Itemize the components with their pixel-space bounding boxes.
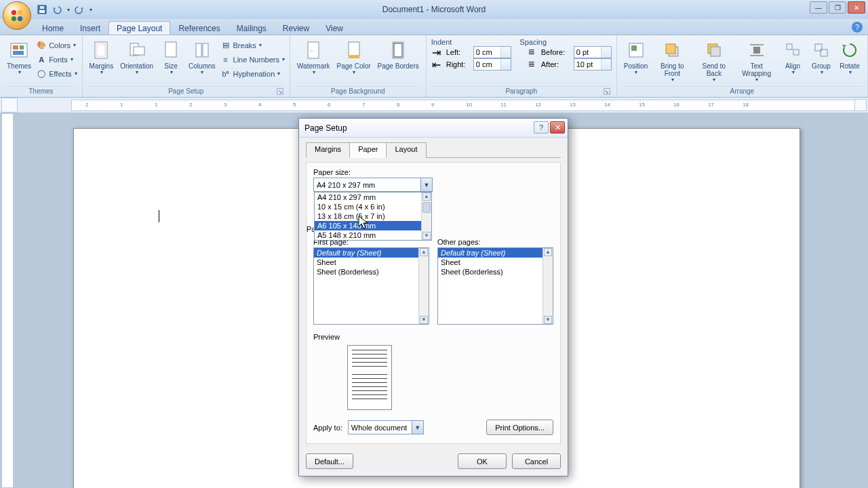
svg-rect-30: [753, 47, 760, 54]
dialog-close-button[interactable]: ✕: [550, 121, 565, 134]
qat-customize-icon[interactable]: ▾: [90, 7, 92, 13]
margins-button[interactable]: Margins▾: [87, 38, 116, 77]
svg-rect-29: [711, 47, 720, 56]
minimize-button[interactable]: —: [810, 1, 827, 14]
tab-review[interactable]: Review: [275, 21, 317, 35]
dialog-tab-margins[interactable]: Margins: [306, 142, 350, 158]
scroll-down-icon[interactable]: ▼: [544, 316, 552, 324]
page-setup-dialog: Page Setup ? ✕ Margins Paper Layout Pape…: [298, 118, 568, 476]
tab-selector[interactable]: [1, 98, 18, 113]
columns-button[interactable]: Columns▾: [186, 38, 217, 77]
default-button[interactable]: Default...: [306, 453, 353, 469]
indent-left-input[interactable]: 0 cm: [473, 46, 511, 58]
dialog-tab-layout[interactable]: Layout: [386, 142, 426, 158]
first-page-listbox[interactable]: Default tray (Sheet)SheetSheet (Borderle…: [313, 247, 429, 325]
text-wrapping-icon: [746, 39, 768, 61]
tray-option[interactable]: Sheet (Borderless): [438, 267, 553, 277]
tray-option[interactable]: Default tray (Sheet): [314, 248, 429, 258]
watermark-button[interactable]: AWatermark▾: [295, 38, 332, 77]
themes-button[interactable]: Themes▾: [5, 38, 33, 77]
dialog-tabs: Margins Paper Layout: [306, 142, 561, 158]
paper-size-option[interactable]: A4 210 x 297 mm: [315, 192, 431, 202]
line-numbers-button[interactable]: ≡Line Numbers▾: [220, 52, 285, 66]
scroll-up-icon[interactable]: ▲: [544, 248, 552, 256]
ok-button[interactable]: OK: [458, 453, 507, 469]
vertical-ruler[interactable]: [1, 113, 14, 488]
spacing-after-icon: ≡: [526, 59, 537, 70]
scroll-thumb[interactable]: [422, 202, 431, 213]
page-setup-launcher-icon[interactable]: ↘: [277, 88, 283, 95]
tray-option[interactable]: Sheet (Borderless): [314, 267, 429, 277]
scroll-down-icon[interactable]: ▼: [420, 316, 428, 324]
ruler-number: 11: [500, 102, 507, 108]
dialog-titlebar[interactable]: Page Setup ? ✕: [299, 119, 568, 138]
position-button[interactable]: Position▾: [622, 38, 650, 77]
help-icon[interactable]: ?: [852, 22, 863, 33]
hyphenation-button[interactable]: bªHyphenation▾: [220, 66, 285, 81]
rotate-icon: [839, 39, 861, 61]
rotate-button[interactable]: Rotate▾: [837, 38, 863, 77]
paper-size-option[interactable]: A5 148 x 210 mm: [315, 230, 431, 240]
tab-view[interactable]: View: [317, 21, 351, 35]
chevron-down-icon[interactable]: ▼: [420, 178, 432, 191]
text-wrapping-button[interactable]: Text Wrapping▾: [736, 38, 777, 85]
undo-dropdown-icon[interactable]: ▾: [67, 7, 70, 13]
ruler-number: 2: [85, 102, 88, 108]
ribbon: Themes▾ 🎨Colors▾ AFonts▾ ◯Effects▾ Theme…: [0, 35, 868, 98]
size-button[interactable]: Size▾: [158, 38, 184, 77]
cancel-button[interactable]: Cancel: [512, 453, 561, 469]
theme-effects-button[interactable]: ◯Effects▾: [36, 66, 77, 81]
other-pages-listbox[interactable]: Default tray (Sheet)SheetSheet (Borderle…: [437, 247, 553, 325]
ruler-toggle-icon[interactable]: [854, 99, 867, 111]
effects-icon: ◯: [36, 68, 47, 79]
tab-page-layout[interactable]: Page Layout: [108, 21, 170, 35]
theme-colors-button[interactable]: 🎨Colors▾: [36, 38, 77, 52]
svg-rect-16: [196, 43, 201, 57]
svg-rect-27: [666, 44, 675, 54]
send-to-back-icon: [703, 39, 725, 61]
paper-size-option[interactable]: 13 x 18 cm (5 x 7 in): [315, 211, 431, 221]
dialog-help-button[interactable]: ?: [534, 121, 549, 134]
dialog-tab-paper[interactable]: Paper: [349, 142, 387, 158]
tray-option[interactable]: Sheet: [314, 258, 429, 267]
print-options-button[interactable]: Print Options...: [486, 420, 553, 435]
office-button[interactable]: [3, 1, 31, 30]
paper-size-option[interactable]: 10 x 15 cm (4 x 6 in): [315, 202, 431, 211]
spacing-before-input[interactable]: 0 pt: [574, 46, 612, 58]
paper-size-combo[interactable]: A4 210 x 297 mm ▼ A4 210 x 297 mm10 x 15…: [313, 178, 433, 192]
tab-references[interactable]: References: [170, 21, 228, 35]
orientation-button[interactable]: Orientation▾: [118, 38, 155, 77]
scroll-up-icon[interactable]: ▲: [420, 248, 428, 256]
tab-mailings[interactable]: Mailings: [229, 21, 275, 35]
undo-icon[interactable]: [52, 4, 62, 15]
spacing-after-input[interactable]: 10 pt: [574, 58, 612, 70]
horizontal-ruler[interactable]: 21123456789101112131415161718: [71, 100, 860, 111]
scroll-down-icon[interactable]: ▼: [422, 232, 431, 240]
apply-to-combo[interactable]: Whole document ▼: [348, 420, 424, 434]
paper-size-option[interactable]: A6 105 x 148 mm: [315, 221, 431, 230]
ruler-number: 1: [155, 102, 157, 108]
ruler-number: 14: [604, 102, 610, 108]
theme-fonts-button[interactable]: AFonts▾: [36, 52, 77, 66]
scroll-up-icon[interactable]: ▲: [422, 192, 431, 201]
bring-to-front-button[interactable]: Bring to Front▾: [652, 38, 692, 85]
page-color-button[interactable]: Page Color▾: [335, 38, 373, 77]
tab-home[interactable]: Home: [34, 21, 72, 35]
tray-option[interactable]: Default tray (Sheet): [438, 248, 553, 258]
chevron-down-icon[interactable]: ▼: [412, 421, 423, 434]
page-borders-button[interactable]: Page Borders: [376, 38, 421, 71]
before-label: Before:: [541, 48, 570, 56]
tray-option[interactable]: Sheet: [438, 258, 553, 267]
send-to-back-button[interactable]: Send to Back▾: [694, 38, 733, 85]
align-button[interactable]: Align▾: [780, 38, 806, 77]
breaks-button[interactable]: ▤Breaks▾: [220, 38, 285, 52]
close-button[interactable]: ✕: [848, 1, 865, 14]
maximize-button[interactable]: ❐: [829, 1, 846, 14]
tab-insert[interactable]: Insert: [72, 21, 108, 35]
svg-rect-14: [134, 47, 144, 55]
group-button[interactable]: Group▾: [808, 38, 834, 77]
paragraph-launcher-icon[interactable]: ↘: [604, 88, 610, 95]
indent-right-input[interactable]: 0 cm: [473, 58, 511, 70]
redo-icon[interactable]: [74, 4, 85, 15]
save-icon[interactable]: [37, 4, 47, 15]
